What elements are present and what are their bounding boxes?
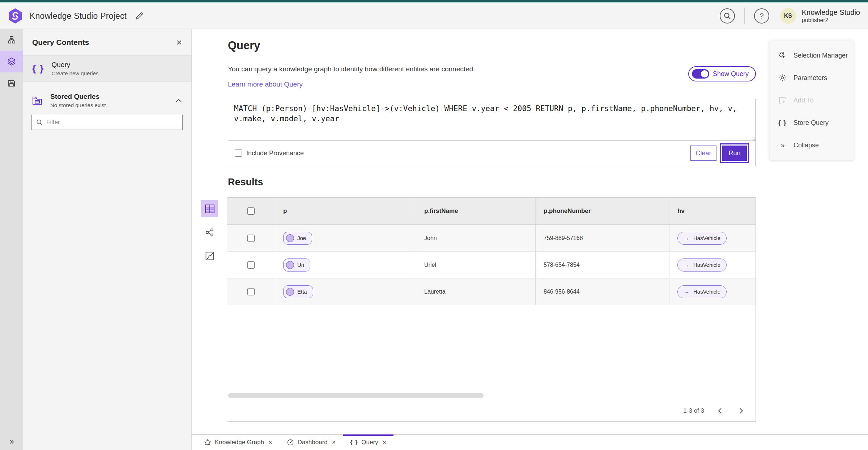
node-label: Uri <box>297 262 304 268</box>
action-label: Store Query <box>793 119 829 127</box>
stored-queries-folder-icon <box>32 96 43 106</box>
rail-item-schema[interactable] <box>0 29 23 51</box>
action-label: Selection Manager <box>793 52 848 59</box>
column-header-hv[interactable]: hv <box>669 198 756 224</box>
panel-item-query[interactable]: { } Query Create new queries <box>23 56 191 82</box>
panel-header: Query Contents × <box>23 29 191 56</box>
store-query-item[interactable]: { } Store Query <box>770 112 854 134</box>
selection-manager-item[interactable]: Selection Manager <box>770 44 854 67</box>
stored-queries-text: Stored Queries No stored queries exist <box>50 93 168 108</box>
braces-icon: { } <box>350 439 358 446</box>
toggle-label: Show Query <box>713 70 749 78</box>
close-panel-icon[interactable]: × <box>176 38 182 47</box>
table-row: Uri Uriel 578-654-7854 → HasVehicle <box>227 252 756 278</box>
search-button[interactable] <box>720 8 735 24</box>
results-table: p p.firstName p.phoneNumber hv Joe John … <box>227 197 756 422</box>
user-avatar[interactable]: KS <box>780 8 796 24</box>
row-checkbox[interactable] <box>247 261 255 269</box>
table-header-row: p p.firstName p.phoneNumber hv <box>227 198 756 225</box>
pagination-range: 1-3 of 3 <box>683 407 704 415</box>
save-icon <box>7 79 16 88</box>
double-chevron-icon: » <box>778 141 787 150</box>
person-node-chip[interactable]: Joe <box>283 232 312 245</box>
tab-label: Query <box>361 439 378 446</box>
filter-search-icon <box>36 119 43 126</box>
edge-chip[interactable]: → HasVehicle <box>677 232 727 245</box>
query-input[interactable]: MATCH (p:Person)-[hv:HasVehicle]->(v:Veh… <box>228 99 756 140</box>
node-label: Etta <box>297 289 307 295</box>
rail-item-query[interactable] <box>0 51 23 72</box>
edit-title-icon[interactable] <box>135 11 144 21</box>
cell-firstname: Lauretta <box>416 278 536 305</box>
rail-item-save[interactable] <box>0 72 23 94</box>
select-all-cell <box>227 198 275 224</box>
chart-view-button[interactable] <box>201 247 218 264</box>
column-header-firstname[interactable]: p.firstName <box>416 198 536 224</box>
filter-field <box>31 115 183 130</box>
panel-item-subtitle: Create new queries <box>51 70 98 76</box>
selection-manager-icon <box>778 51 787 60</box>
cell-firstname: John <box>416 225 536 251</box>
panel-title: Query Contents <box>32 38 176 47</box>
edge-chip[interactable]: → HasVehicle <box>677 285 727 298</box>
help-button[interactable]: ? <box>754 8 769 24</box>
tab-dashboard[interactable]: Dashboard × <box>280 435 343 450</box>
run-button[interactable]: Run <box>722 146 747 161</box>
filter-input[interactable] <box>46 119 178 126</box>
braces-icon: { } <box>32 63 44 74</box>
query-editor-footer: Include Provenance Clear Run <box>228 140 756 166</box>
knowledge-graph-icon <box>204 439 211 446</box>
search-icon <box>724 12 731 20</box>
layers-icon <box>7 57 16 66</box>
expand-panel-icon[interactable]: » <box>0 437 23 446</box>
row-select-cell <box>227 225 275 251</box>
column-header-phonenumber[interactable]: p.phoneNumber <box>536 198 669 224</box>
tab-query[interactable]: { } Query × <box>343 435 393 450</box>
row-checkbox[interactable] <box>247 235 255 242</box>
table-view-button[interactable] <box>201 200 218 217</box>
include-provenance-option[interactable]: Include Provenance <box>235 150 304 157</box>
query-page-title: Query <box>228 39 260 52</box>
person-node-chip[interactable]: Etta <box>283 285 313 298</box>
horizontal-scrollbar[interactable] <box>228 393 484 398</box>
action-label: Add To <box>793 97 814 104</box>
results-title: Results <box>228 177 263 188</box>
graph-view-button[interactable] <box>201 224 218 241</box>
collapse-section-icon[interactable] <box>175 98 182 103</box>
previous-page-button[interactable] <box>714 405 726 417</box>
select-all-checkbox[interactable] <box>247 207 255 215</box>
project-title: Knowledge Studio Project <box>30 11 127 21</box>
include-provenance-checkbox[interactable] <box>235 150 242 157</box>
parameters-item[interactable]: Parameters <box>770 67 854 89</box>
learn-more-link[interactable]: Learn more about Query <box>228 80 303 88</box>
tab-knowledge-graph[interactable]: Knowledge Graph × <box>197 435 280 450</box>
stored-queries-subtitle: No stored queries exist <box>50 102 168 108</box>
clear-button[interactable]: Clear <box>690 146 716 161</box>
table-row: Etta Lauretta 846-956-8644 → HasVehicle <box>227 278 756 305</box>
panel-item-title: Query <box>51 61 98 69</box>
edge-chip[interactable]: → HasVehicle <box>677 258 727 272</box>
close-tab-icon[interactable]: × <box>383 439 387 446</box>
row-checkbox[interactable] <box>247 288 255 295</box>
show-query-toggle[interactable]: Show Query <box>688 66 756 81</box>
column-header-p[interactable]: p <box>275 198 416 224</box>
close-tab-icon[interactable]: × <box>268 439 272 446</box>
graph-view-icon <box>205 228 214 237</box>
collapse-item[interactable]: » Collapse <box>770 134 854 156</box>
results-view-switcher <box>201 200 218 264</box>
node-icon <box>286 261 294 269</box>
cell-firstname: Uriel <box>416 252 536 278</box>
cell-hv: → HasVehicle <box>669 278 756 305</box>
person-node-chip[interactable]: Uri <box>283 258 310 272</box>
query-editor-box: MATCH (p:Person)-[hv:HasVehicle]->(v:Veh… <box>228 99 756 166</box>
left-icon-rail: » <box>0 29 23 450</box>
product-name: Knowledge Studio <box>802 8 860 17</box>
user-info: Knowledge Studio publisher2 <box>802 8 860 24</box>
cell-p: Uri <box>275 252 416 278</box>
edge-label: HasVehicle <box>693 289 720 295</box>
cell-p: Etta <box>275 278 416 305</box>
close-tab-icon[interactable]: × <box>332 439 336 446</box>
table-view-icon <box>205 204 215 214</box>
next-page-button[interactable] <box>735 405 748 417</box>
panel-item-stored-queries[interactable]: Stored Queries No stored queries exist <box>23 86 191 111</box>
